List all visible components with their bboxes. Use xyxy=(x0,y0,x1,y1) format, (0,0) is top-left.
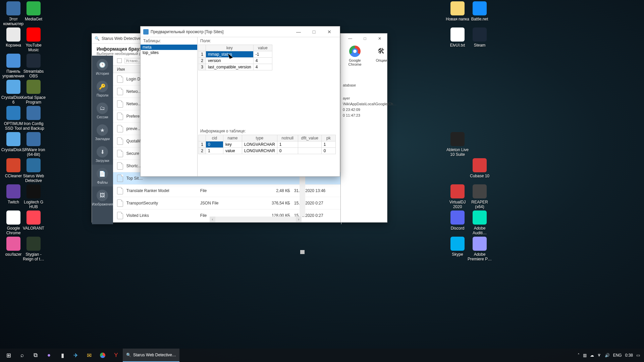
table-info-grid[interactable]: cid name type notnull dflt_value pk 10ke… xyxy=(198,135,336,154)
sidebar-item[interactable]: 🖼Изображения xyxy=(92,186,113,208)
file-icon xyxy=(117,175,123,182)
app-icon xyxy=(450,132,465,146)
desktop-icon[interactable]: Adobe Premiere P… xyxy=(467,237,492,261)
chrome-icon xyxy=(349,46,361,57)
table-row[interactable]: 2version4 xyxy=(199,58,272,64)
taskbar-app[interactable]: ✉ xyxy=(83,349,96,362)
table-row[interactable]: 10keyLONGVARCHAR11 xyxy=(199,141,336,148)
minimize-button[interactable]: — xyxy=(343,34,358,44)
file-row[interactable]: TransportSecurity JSON File 376,54 КБ 15… xyxy=(113,197,341,209)
sidebar-item[interactable]: 🔑Пароли xyxy=(92,77,113,99)
fields-label: Поля: xyxy=(198,37,340,45)
network-icon[interactable]: ⛛ xyxy=(597,353,601,358)
desktop-icon[interactable]: VirtualDJ 2020 xyxy=(445,184,470,209)
desktop-icon[interactable]: Stygian - Reign of t… xyxy=(21,237,46,261)
taskbar-app[interactable]: ● xyxy=(42,349,56,362)
app-icon xyxy=(6,210,20,225)
table-row[interactable]: 21valueLONGVARCHAR00 xyxy=(199,148,336,154)
start-button[interactable]: ⊞ xyxy=(2,349,15,362)
volume-icon[interactable]: 🔊 xyxy=(605,353,610,358)
sidebar-item[interactable]: 🗂Сессии xyxy=(92,99,113,121)
maximize-button[interactable]: □ xyxy=(358,34,372,44)
close-button[interactable]: ✕ xyxy=(372,34,387,44)
sidebar-item[interactable]: ★Закладки xyxy=(92,121,113,143)
file-icon xyxy=(117,212,123,219)
file-icon xyxy=(117,125,123,132)
table-item-topsites[interactable]: top_sites xyxy=(141,50,197,55)
desktop-icon[interactable]: Iron Config and Backup xyxy=(21,106,46,131)
desktop-icon[interactable]: Skype xyxy=(445,237,470,257)
search-button[interactable]: ⌕ xyxy=(15,349,29,362)
taskbar-app[interactable]: Y xyxy=(109,349,123,362)
desktop-icon[interactable]: Kerbal Space Program xyxy=(21,80,46,105)
desktop-icon[interactable]: Adobe Auditi… xyxy=(467,210,492,235)
options-launcher[interactable]: 🛠Опции xyxy=(376,46,387,66)
fields-grid[interactable]: keyvalue 1mmap_status-12version43last_co… xyxy=(198,45,272,70)
app-icon xyxy=(473,27,487,42)
onedrive-icon[interactable]: ☁ xyxy=(590,353,594,358)
taskview-button[interactable]: ⧉ xyxy=(29,349,42,362)
sidebar-item[interactable]: 🕒История xyxy=(92,56,113,77)
file-row[interactable]: Translate Ranker Model File 2,48 КБ 31.0… xyxy=(113,185,341,197)
task-starus[interactable]: 🔍 Starus Web Detective… xyxy=(123,349,179,362)
table-item-meta[interactable]: meta xyxy=(141,45,197,50)
app-icon xyxy=(26,210,41,225)
desktop-icon[interactable]: Battle.net xyxy=(467,1,492,21)
desktop-icon[interactable]: Starus Web Detective xyxy=(21,158,46,183)
app-icon xyxy=(26,27,41,42)
tools-icon: 🛠 xyxy=(376,46,387,57)
battery-icon[interactable]: ▥ xyxy=(583,353,587,358)
app-icon xyxy=(6,1,20,15)
file-icon xyxy=(117,199,123,207)
app-icon xyxy=(26,1,41,15)
app-icon xyxy=(450,1,465,15)
close-button[interactable]: ✕ xyxy=(322,27,337,37)
cursor-icon xyxy=(229,54,233,60)
desktop-icon[interactable]: ElvUI.txt xyxy=(445,27,470,48)
hscrollbar[interactable]: ‹› xyxy=(210,217,302,222)
app-icon xyxy=(450,27,465,42)
app-icon xyxy=(26,184,41,198)
systray[interactable]: ˄ ▥ ☁ ⛛ 🔊 ENG 0:38 ▭ xyxy=(578,353,642,358)
sidebar-item[interactable]: ⬇Загрузки xyxy=(92,143,113,165)
clock[interactable]: 0:38 xyxy=(625,353,633,358)
desktop-icon[interactable]: Discord xyxy=(445,210,470,231)
notifications-icon[interactable]: ▭ xyxy=(636,353,640,358)
chrome-launcher[interactable]: Google Chrome xyxy=(343,46,367,66)
nav-icon: ★ xyxy=(97,124,108,136)
chevron-up-icon[interactable]: ˄ xyxy=(578,353,580,358)
taskbar[interactable]: ⊞ ⌕ ⧉ ● ▮ ✈ ✉ Y 🔍 Starus Web Detective… … xyxy=(0,349,644,362)
file-icon xyxy=(117,113,123,120)
window-title: Предварительный просмотр [Top Sites] xyxy=(151,29,223,34)
taskbar-app[interactable] xyxy=(96,349,109,362)
desktop-icon[interactable]: Ableton Live 10 Suite xyxy=(445,132,470,157)
desktop-icon[interactable]: Steam xyxy=(467,27,492,48)
app-icon xyxy=(473,210,487,225)
desktop-icon[interactable]: REAPER (x64) xyxy=(467,184,492,209)
desktop-icon[interactable]: MediaGet xyxy=(21,1,46,21)
preview-window[interactable]: Предварительный просмотр [Top Sites] — □… xyxy=(140,26,340,177)
maximize-button[interactable]: □ xyxy=(306,27,322,37)
taskbar-app[interactable]: ✈ xyxy=(69,349,83,362)
desktop-icon[interactable]: VALORANT xyxy=(21,210,46,231)
filter-icon[interactable] xyxy=(117,58,122,63)
minimize-button[interactable]: — xyxy=(291,27,306,37)
app-icon xyxy=(26,237,41,251)
table-row[interactable]: 3last_compatible_version4 xyxy=(199,64,272,70)
opts-window[interactable]: — □ ✕ Google Chrome 🛠Опции atabase ayer … xyxy=(340,33,387,223)
desktop-icon[interactable]: Cubase 10 xyxy=(467,158,492,178)
file-icon xyxy=(117,137,123,145)
app-icon xyxy=(26,54,41,68)
file-icon xyxy=(117,150,123,157)
app-icon xyxy=(6,106,20,120)
desktop-icon[interactable]: Streamlabs OBS xyxy=(21,54,46,78)
desktop-icon[interactable]: Logitech G HUB xyxy=(21,184,46,209)
desktop-icon[interactable]: Новая папка xyxy=(445,1,470,21)
desktop-icon[interactable]: SRWare Iron (64-Bit) xyxy=(21,132,46,157)
lang-indicator[interactable]: ENG xyxy=(613,353,622,358)
app-icon xyxy=(450,237,465,251)
taskbar-app[interactable]: ▮ xyxy=(56,349,69,362)
desktop-icon[interactable]: YouTube Music xyxy=(21,27,46,52)
sidebar-item[interactable]: 📄Файлы xyxy=(92,165,113,186)
table-row[interactable]: 1mmap_status-1 xyxy=(199,51,272,58)
